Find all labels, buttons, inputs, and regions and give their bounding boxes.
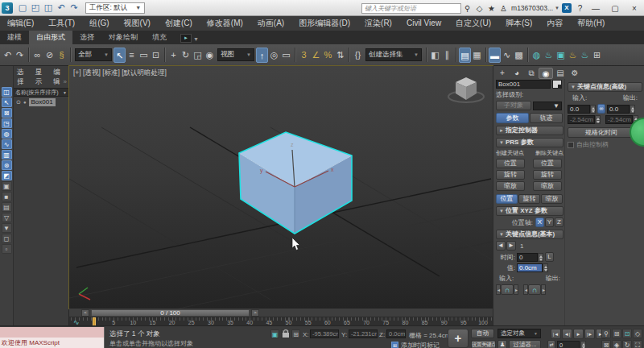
explorer-filter-icon[interactable]: ▣ — [2, 181, 12, 191]
prev-key-button[interactable]: ◄ — [496, 241, 506, 251]
motion-tab-icon[interactable]: ◉ — [539, 68, 553, 79]
menu-item[interactable]: 工具(T) — [41, 16, 82, 31]
new-scene-icon[interactable]: ▢ — [16, 2, 29, 13]
perspective-viewport[interactable]: [+] [透视] [标准] [默认明暗处理] z x — [69, 66, 493, 309]
ribbon-tab[interactable]: 对象绘制 — [101, 31, 145, 44]
use-pivot-icon[interactable]: ↑ — [256, 48, 268, 63]
trajectories-button[interactable]: 轨迹 — [530, 113, 563, 123]
rect-region-icon[interactable]: ▭ — [138, 48, 150, 63]
zoom-extents-icon[interactable]: ⊡ — [622, 329, 632, 338]
select-scale-icon[interactable]: ◲ — [192, 48, 204, 63]
adv-out-input[interactable]: 0.0 — [607, 105, 630, 114]
adv-in2-spinner[interactable] — [595, 115, 601, 124]
rollout-key-info-basic[interactable]: ▼关键点信息(基本) — [496, 230, 564, 239]
orbit-icon[interactable]: ↻ — [622, 340, 632, 348]
explorer-filter-icon[interactable]: ⊛ — [2, 160, 12, 170]
ref-coord-combo[interactable]: 视图▼ — [217, 48, 254, 61]
explorer-filter-icon[interactable]: ◩ — [2, 171, 12, 180]
explorer-filter-icon[interactable]: ▤ — [2, 202, 12, 212]
axis-z-button[interactable]: Z — [555, 218, 564, 227]
out-tangent-button[interactable]: ∩ — [528, 284, 541, 295]
set-key-big-button[interactable]: + — [448, 329, 469, 348]
ribbon-tab[interactable]: 填充 — [145, 31, 174, 44]
menu-item[interactable]: 创建(C) — [158, 16, 200, 31]
next-key-button[interactable]: ► — [506, 241, 516, 251]
named-sets-combo[interactable]: 创建选择集▼ — [365, 48, 422, 61]
open-file-icon[interactable]: ◰ — [29, 2, 42, 13]
next-frame-arrow[interactable]: > — [251, 309, 259, 317]
explorer-filter-icon[interactable]: ⊠ — [2, 108, 12, 118]
lock-tangents-button[interactable]: ∞ — [597, 104, 605, 114]
delete-key-scale-button[interactable]: 缩放 — [533, 181, 562, 191]
delete-key-rotation-button[interactable]: 旋转 — [533, 170, 562, 180]
render-setup-icon[interactable]: ♨ — [543, 48, 555, 63]
create-tab-icon[interactable]: + — [495, 68, 510, 79]
explorer-filter-icon[interactable]: ◫ — [2, 87, 12, 97]
display-tab-icon[interactable]: ▤ — [553, 68, 568, 79]
align-icon[interactable]: ∥ — [441, 48, 453, 63]
frame-number-input[interactable]: 0 — [557, 341, 580, 348]
position-track-button[interactable]: 位置 — [496, 194, 518, 204]
menu-item[interactable]: 自定义(U) — [448, 16, 498, 31]
menu-item[interactable]: Civil View — [399, 16, 448, 31]
overflow-icon[interactable]: » — [64, 78, 67, 85]
bind-to-spacewarp-icon[interactable]: § — [56, 48, 68, 63]
maximize-button[interactable]: ▢ — [605, 4, 625, 13]
object-color-swatch[interactable] — [552, 80, 562, 89]
snap-toggle-icon[interactable]: 3 — [298, 48, 310, 63]
community-icon[interactable]: ◇ — [473, 4, 485, 13]
explorer-filter-icon[interactable]: ▼ — [2, 223, 12, 233]
render-iterative-icon[interactable]: ♨ — [579, 48, 591, 63]
x-coord-input[interactable]: -95.389cm — [310, 329, 339, 338]
prev-frame-button[interactable]: ◄| — [562, 329, 572, 339]
menu-item[interactable]: 帮助(H) — [570, 16, 612, 31]
select-manipulate-icon[interactable]: ◎ — [268, 48, 280, 63]
minimize-button[interactable]: — — [586, 4, 605, 13]
visibility-eye-icon[interactable]: ⊙ — [16, 99, 21, 106]
auto-key-button[interactable]: 自动 — [471, 329, 494, 338]
adv-in-spinner[interactable] — [590, 105, 596, 114]
explorer-filter-icon[interactable]: ▫ — [2, 244, 12, 254]
isolate-selection-icon[interactable]: ▣ — [270, 329, 279, 338]
axis-y-button[interactable]: Y — [545, 218, 554, 227]
menu-item[interactable]: 组(G) — [82, 16, 116, 31]
favorites-icon[interactable]: ★ — [485, 4, 497, 13]
select-place-icon[interactable]: ◉ — [204, 48, 216, 63]
window-crossing-icon[interactable]: ⊡ — [150, 48, 162, 63]
chevron-down-icon[interactable]: ▼ — [193, 36, 199, 42]
curve-editor-icon[interactable]: ∿ — [501, 48, 513, 63]
normalize-time-button[interactable]: 规格化时间 — [568, 127, 635, 138]
time-input[interactable]: 0 — [517, 253, 538, 262]
help-icon[interactable]: ? — [574, 4, 586, 13]
in-tangent-button[interactable]: ∩ — [501, 284, 514, 295]
sub-object-combo[interactable]: ▼ — [533, 102, 562, 110]
zoom-all-icon[interactable]: ⊞ — [612, 329, 621, 338]
selection-filter-combo[interactable]: 全部▼ — [75, 48, 112, 61]
search-go-icon[interactable]: ⚲ — [461, 4, 473, 13]
menu-item[interactable]: 视图(V) — [117, 16, 158, 31]
adv-out-spinner[interactable] — [630, 105, 635, 114]
viewport-canvas[interactable]: z x y — [69, 66, 493, 309]
selection-lock-icon[interactable] — [281, 329, 290, 338]
explorer-filter-icon[interactable]: ◳ — [2, 118, 12, 128]
menu-item[interactable]: 编辑(E) — [0, 16, 41, 31]
layer-explorer-icon[interactable]: ▦ — [471, 48, 483, 63]
play-button[interactable]: ► — [573, 329, 584, 339]
explorer-row-box001[interactable]: ⊙ ● Box001 — [14, 97, 68, 106]
selection-set-combo[interactable]: 选定对象 ▼ — [497, 329, 541, 338]
menu-item[interactable]: 渲染(R) — [357, 16, 399, 31]
maxscript-mini-listener[interactable]: 欢迎使用 MAXScript — [0, 327, 105, 348]
adv-out2-input[interactable]: -2.54cm — [605, 115, 633, 124]
prev-frame-arrow[interactable]: < — [81, 309, 89, 317]
ribbon-tab[interactable]: 建模 — [0, 31, 29, 44]
spinner-snap-icon[interactable]: ⇅ — [334, 48, 346, 63]
close-button[interactable]: × — [625, 4, 644, 13]
create-key-scale-button[interactable]: 缩放 — [496, 181, 525, 191]
scale-track-button[interactable]: 缩放 — [541, 194, 563, 204]
menu-item[interactable]: 图形编辑器(D) — [291, 16, 357, 31]
out-tangent-right-icon[interactable]: ► — [541, 284, 546, 295]
search-input[interactable]: 键入关键字或短语 — [361, 3, 461, 14]
free-handle-checkbox[interactable] — [568, 142, 574, 148]
fov-icon[interactable]: ◇ — [633, 329, 642, 338]
select-and-link-icon[interactable]: ∞ — [31, 48, 43, 63]
